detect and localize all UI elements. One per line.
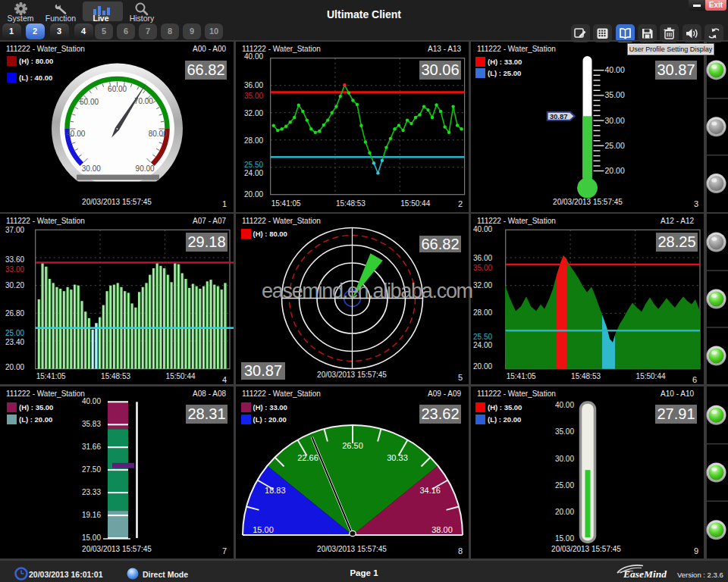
svg-text:30.87: 30.87 (550, 112, 568, 120)
svg-text:38.00: 38.00 (431, 525, 453, 534)
svg-text:50.00: 50.00 (80, 98, 99, 106)
svg-text:35.00: 35.00 (605, 90, 625, 99)
svg-text:EaseMind: EaseMind (623, 568, 667, 580)
svg-text:80.00: 80.00 (149, 130, 168, 138)
svg-text:25.00: 25.00 (605, 141, 625, 150)
svg-text:30.33: 30.33 (387, 453, 408, 462)
svg-text:26.50: 26.50 (342, 441, 363, 450)
svg-text:20.00: 20.00 (605, 166, 625, 175)
svg-text:18.83: 18.83 (265, 486, 286, 495)
svg-text:30.00: 30.00 (82, 164, 101, 173)
svg-text:34.16: 34.16 (419, 486, 441, 495)
svg-text:40.00: 40.00 (66, 130, 85, 138)
svg-text:90.00: 90.00 (136, 164, 155, 173)
svg-text:22.66: 22.66 (297, 453, 318, 462)
svg-text:40.00: 40.00 (605, 65, 625, 74)
svg-text:15.00: 15.00 (253, 525, 274, 534)
svg-text:60.00: 60.00 (108, 85, 127, 93)
svg-text:30.00: 30.00 (605, 116, 625, 125)
